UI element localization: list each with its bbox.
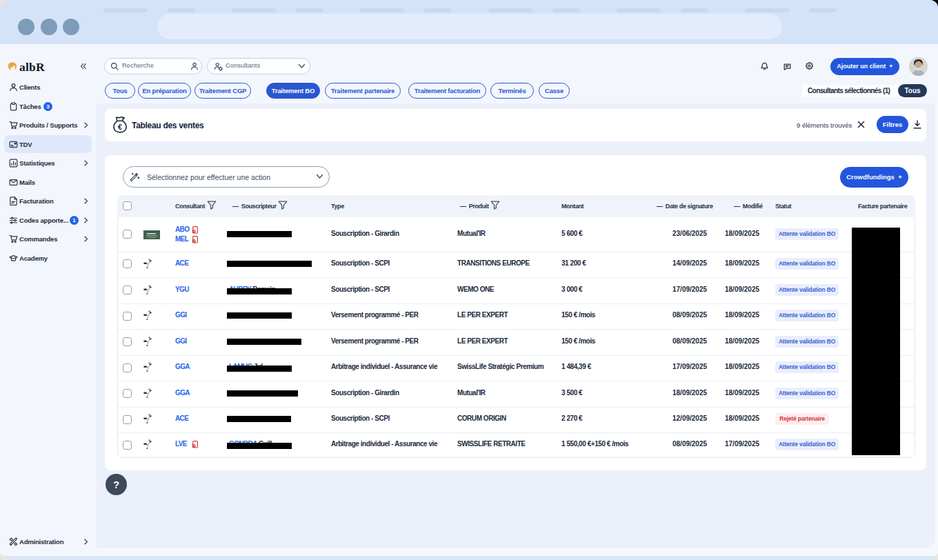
svg-text:€: €	[118, 123, 122, 131]
